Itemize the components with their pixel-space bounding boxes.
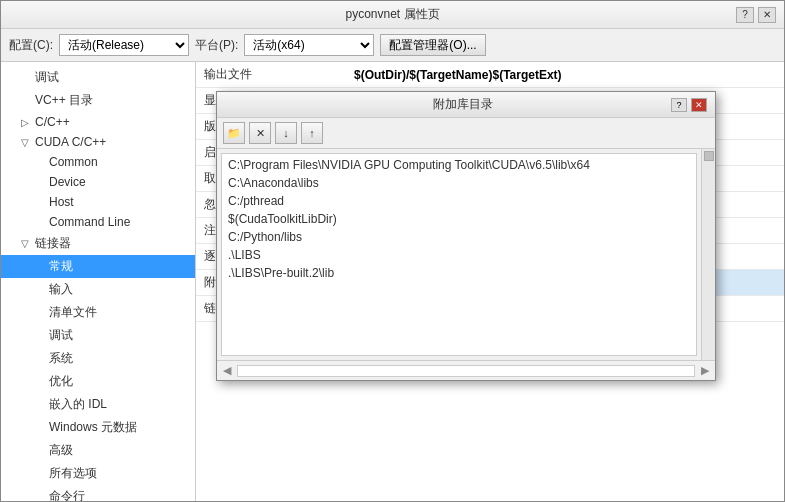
dialog-title-bar: 附加库目录 ? ✕ <box>217 92 715 118</box>
sidebar-item-label: Command Line <box>49 215 130 229</box>
sidebar-item-label: C/C++ <box>35 115 70 129</box>
platform-label: 平台(P): <box>195 37 238 54</box>
sidebar-item-label: 命令行 <box>49 489 85 501</box>
dialog-help-btn[interactable]: ? <box>671 98 687 112</box>
dialog-toolbar: 📁 ✕ ↓ ↑ <box>217 118 715 149</box>
sidebar-item-linker-debug[interactable]: 调试 <box>1 324 195 347</box>
sidebar-item-label: Device <box>49 175 86 189</box>
config-select[interactable]: 活动(Release) <box>59 34 189 56</box>
expander-icon: ▷ <box>21 117 33 128</box>
sidebar-item-label: 高级 <box>49 443 73 457</box>
sidebar-item-debug[interactable]: 调试 <box>1 66 195 89</box>
sidebar-item-advanced[interactable]: 高级 <box>1 439 195 462</box>
sidebar-item-manifest[interactable]: 清单文件 <box>1 301 195 324</box>
main-window: pyconvnet 属性页 ? ✕ 配置(C): 活动(Release) 平台(… <box>0 0 785 502</box>
sidebar-item-optimize[interactable]: 优化 <box>1 370 195 393</box>
dialog-down-btn[interactable]: ↓ <box>275 122 297 144</box>
sidebar-item-host[interactable]: Host <box>1 192 195 212</box>
toolbar-row: 配置(C): 活动(Release) 平台(P): 活动(x64) 配置管理器(… <box>1 29 784 62</box>
sidebar-item-label: Host <box>49 195 74 209</box>
sidebar-item-label: 输入 <box>49 282 73 296</box>
dialog-list[interactable]: C:\Program Files\NVIDIA GPU Computing To… <box>221 153 697 356</box>
close-button[interactable]: ✕ <box>758 7 776 23</box>
sidebar-item-regular[interactable]: 常规 <box>1 255 195 278</box>
list-item[interactable]: C:/Python/libs <box>224 228 694 246</box>
sidebar-item-label: 常规 <box>49 259 73 273</box>
sidebar-item-label: 系统 <box>49 351 73 365</box>
list-item[interactable]: $(CudaToolkitLibDir) <box>224 210 694 228</box>
sidebar-item-label: 链接器 <box>35 236 71 250</box>
sidebar-item-system[interactable]: 系统 <box>1 347 195 370</box>
list-item[interactable]: C:/pthread <box>224 192 694 210</box>
sidebar-item-cuda-expand[interactable]: ▽CUDA C/C++ <box>1 132 195 152</box>
sidebar-item-label: 清单文件 <box>49 305 97 319</box>
sidebar-item-input[interactable]: 输入 <box>1 278 195 301</box>
dialog-scrollbar <box>701 149 715 360</box>
sidebar-item-label: VC++ 目录 <box>35 93 93 107</box>
sidebar-item-label: Common <box>49 155 98 169</box>
dialog-overlay: 附加库目录 ? ✕ 📁 ✕ ↓ ↑ C:\Program Files\NVIDI… <box>216 91 716 381</box>
expander-icon: ▽ <box>21 137 33 148</box>
sidebar-item-device[interactable]: Device <box>1 172 195 192</box>
table-row: 输出文件$(OutDir)/$(TargetName)$(TargetExt) <box>196 62 784 88</box>
list-item[interactable]: .\LIBS\Pre-built.2\lib <box>224 264 694 282</box>
list-item[interactable]: C:\Anaconda\libs <box>224 174 694 192</box>
sidebar-item-linker-expand[interactable]: ▽链接器 <box>1 232 195 255</box>
sidebar-item-label: Windows 元数据 <box>49 420 137 434</box>
expander-icon: ▽ <box>21 238 33 249</box>
prop-name-cell: 输出文件 <box>196 62 346 88</box>
sidebar-item-all-options[interactable]: 所有选项 <box>1 462 195 485</box>
window-title: pyconvnet 属性页 <box>49 6 736 23</box>
sidebar-item-label: 嵌入的 IDL <box>49 397 107 411</box>
list-item[interactable]: .\LIBS <box>224 246 694 264</box>
dialog-close-btn[interactable]: ✕ <box>691 98 707 112</box>
dialog-bottom-bar: ◀ ▶ <box>217 360 715 380</box>
sidebar-item-cpp-expand[interactable]: ▷C/C++ <box>1 112 195 132</box>
manager-button[interactable]: 配置管理器(O)... <box>380 34 485 56</box>
sidebar-item-common[interactable]: Common <box>1 152 195 172</box>
sidebar-item-label: CUDA C/C++ <box>35 135 106 149</box>
sidebar-item-label: 调试 <box>49 328 73 342</box>
dialog-content: C:\Program Files\NVIDIA GPU Computing To… <box>217 149 715 360</box>
sidebar-item-label: 所有选项 <box>49 466 97 480</box>
title-controls: ? ✕ <box>736 7 776 23</box>
platform-select[interactable]: 活动(x64) <box>244 34 374 56</box>
title-bar: pyconvnet 属性页 ? ✕ <box>1 1 784 29</box>
dialog-folder-btn[interactable]: 📁 <box>223 122 245 144</box>
sidebar-item-embedded-idl[interactable]: 嵌入的 IDL <box>1 393 195 416</box>
dialog-delete-btn[interactable]: ✕ <box>249 122 271 144</box>
dialog-title: 附加库目录 <box>255 96 671 113</box>
config-label: 配置(C): <box>9 37 53 54</box>
dialog-controls: ? ✕ <box>671 98 707 112</box>
list-item[interactable]: C:\Program Files\NVIDIA GPU Computing To… <box>224 156 694 174</box>
sidebar: 调试VC++ 目录▷C/C++▽CUDA C/C++CommonDeviceHo… <box>1 62 196 501</box>
sidebar-item-cmdline[interactable]: Command Line <box>1 212 195 232</box>
sidebar-item-cmdline2[interactable]: 命令行 <box>1 485 195 501</box>
sidebar-item-label: 调试 <box>35 70 59 84</box>
sidebar-item-label: 优化 <box>49 374 73 388</box>
dialog-up-btn[interactable]: ↑ <box>301 122 323 144</box>
help-button[interactable]: ? <box>736 7 754 23</box>
sidebar-item-vcpp[interactable]: VC++ 目录 <box>1 89 195 112</box>
sidebar-item-windows-meta[interactable]: Windows 元数据 <box>1 416 195 439</box>
prop-value-cell: $(OutDir)/$(TargetName)$(TargetExt) <box>346 62 784 88</box>
